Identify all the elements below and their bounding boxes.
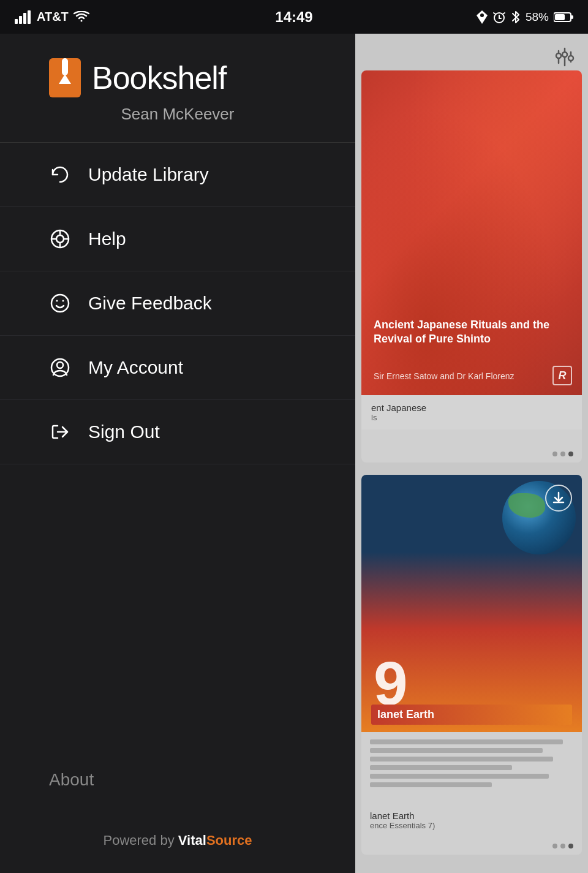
dot-1	[552, 452, 557, 456]
dot-3	[568, 452, 573, 456]
dot2-3	[568, 844, 573, 848]
book-card-1[interactable]: Ancient Japanese Rituals and the Revival…	[361, 70, 582, 463]
help-icon	[49, 228, 71, 250]
book2-content	[361, 732, 582, 855]
book-card-2[interactable]: 9 lanet Earth lanet Earth ence Essential…	[361, 475, 582, 855]
svg-rect-14	[62, 58, 68, 75]
signal-icon	[15, 10, 32, 24]
svg-point-31	[556, 53, 561, 58]
svg-rect-1	[19, 16, 22, 24]
svg-point-17	[56, 235, 64, 243]
app-logo	[49, 58, 81, 97]
powered-by: Powered by VitalSource	[0, 814, 355, 873]
filter-icon[interactable]	[554, 46, 576, 68]
svg-rect-0	[15, 19, 18, 24]
status-left: AT&T	[15, 10, 89, 24]
update-library-label: Update Library	[88, 164, 209, 185]
wifi-icon	[74, 11, 89, 23]
status-bar: AT&T 14:49 58%	[0, 0, 588, 34]
right-panel: Ancient Japanese Rituals and the Revival…	[355, 34, 588, 873]
svg-point-32	[562, 52, 567, 57]
my-account-label: My Account	[88, 357, 183, 378]
book1-dots	[552, 452, 573, 456]
content-line-5	[370, 774, 549, 779]
alarm-icon	[492, 10, 506, 24]
content-line-2	[370, 748, 543, 753]
svg-line-8	[494, 13, 496, 14]
about-label: About	[49, 770, 94, 789]
feedback-icon	[49, 292, 71, 314]
app-title-row: Bookshelf	[49, 58, 306, 97]
battery-icon	[554, 12, 573, 23]
menu-item-help[interactable]: Help	[0, 207, 355, 271]
svg-line-9	[503, 13, 505, 14]
content-line-4	[370, 765, 512, 770]
book2-dots	[552, 844, 573, 848]
filter-area[interactable]	[554, 46, 576, 70]
menu-item-sign-out[interactable]: Sign Out	[0, 400, 355, 464]
time-display: 14:49	[275, 9, 312, 26]
svg-point-22	[51, 295, 69, 312]
menu-item-my-account[interactable]: My Account	[0, 336, 355, 400]
help-label: Help	[88, 229, 126, 249]
svg-point-33	[568, 56, 573, 61]
svg-point-24	[62, 300, 64, 302]
earth-land	[508, 493, 545, 518]
svg-rect-11	[571, 15, 573, 19]
download-icon[interactable]	[545, 485, 572, 512]
main-container: Bookshelf Sean McKeever Update Library	[0, 34, 588, 873]
book2-planet-label: lanet Earth	[371, 705, 572, 725]
svg-point-26	[57, 362, 63, 368]
content-line-3	[370, 757, 553, 762]
dot2-2	[560, 844, 565, 848]
status-right: 58%	[477, 10, 573, 24]
user-name: Sean McKeever	[49, 105, 306, 124]
book1-footer: ent Japanese ls	[361, 395, 582, 429]
battery-label: 58%	[526, 10, 549, 24]
svg-rect-12	[555, 14, 565, 20]
svg-point-4	[480, 13, 484, 17]
menu-item-update-library[interactable]: Update Library	[0, 143, 355, 207]
bluetooth-icon	[511, 10, 521, 24]
book1-publisher: R	[552, 366, 572, 385]
give-feedback-label: Give Feedback	[88, 293, 212, 314]
drawer-menu: Bookshelf Sean McKeever Update Library	[0, 34, 355, 873]
svg-point-23	[56, 300, 58, 302]
menu-items-list: Update Library Help	[0, 143, 355, 746]
location-icon	[477, 10, 488, 24]
book2-bottom-title: lanet Earth	[370, 811, 435, 821]
app-title: Bookshelf	[92, 59, 226, 96]
app-header: Bookshelf Sean McKeever	[0, 34, 355, 143]
refresh-icon	[49, 164, 71, 186]
book2-bottom: lanet Earth ence Essentials 7)	[370, 811, 435, 830]
dot2-1	[552, 844, 557, 848]
content-line-6	[370, 782, 492, 787]
book-cover-2: 9 lanet Earth	[361, 475, 582, 732]
sign-out-icon	[49, 421, 71, 443]
book1-author: Sir Ernest Satow and Dr Karl Florenz	[374, 371, 570, 383]
book1-card-title: ent Japanese	[371, 402, 572, 413]
book1-card-subtitle: ls	[371, 413, 572, 422]
content-line-1	[370, 739, 563, 744]
menu-item-give-feedback[interactable]: Give Feedback	[0, 271, 355, 336]
account-icon	[49, 357, 71, 379]
book1-title: Ancient Japanese Rituals and the Revival…	[374, 318, 570, 347]
svg-rect-3	[28, 10, 31, 24]
book2-bottom-sub: ence Essentials 7)	[370, 821, 435, 830]
svg-rect-2	[23, 13, 26, 24]
carrier-label: AT&T	[37, 10, 69, 24]
dot-2	[560, 452, 565, 456]
book-cover-1: Ancient Japanese Rituals and the Revival…	[361, 70, 582, 395]
sign-out-label: Sign Out	[88, 421, 160, 442]
about-section: About	[0, 746, 355, 814]
